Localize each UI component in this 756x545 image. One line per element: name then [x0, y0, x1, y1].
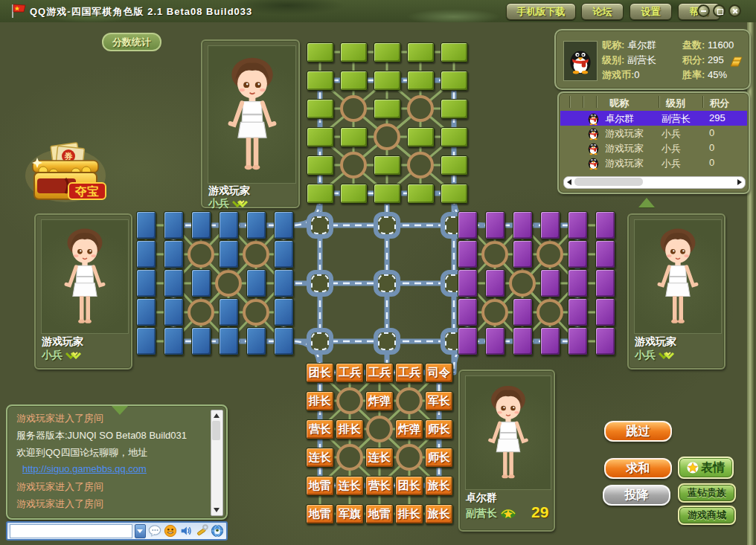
table-row[interactable]: 游戏玩家 小兵 0	[560, 141, 747, 155]
board-piece[interactable]: 团长	[395, 476, 423, 496]
board-tile[interactable]	[595, 269, 615, 297]
board-piece[interactable]: 师长	[425, 448, 453, 468]
board-tile[interactable]	[374, 42, 401, 62]
board-tile[interactable]	[136, 269, 156, 297]
board-tile[interactable]	[164, 211, 184, 239]
board-piece[interactable]: 排长	[395, 504, 423, 524]
scroll-thumb[interactable]	[212, 421, 220, 440]
board-tile[interactable]	[568, 269, 588, 297]
board-tile[interactable]	[164, 240, 184, 268]
chat-bubble-icon[interactable]	[148, 524, 161, 538]
board-piece[interactable]: 营长	[306, 419, 334, 439]
board-piece[interactable]: 地雷	[306, 504, 334, 524]
sound-icon[interactable]	[179, 524, 193, 538]
board-tile[interactable]	[458, 211, 478, 239]
board-tile[interactable]	[458, 327, 478, 355]
board-tile[interactable]	[568, 327, 588, 355]
scroll-left-icon[interactable]	[567, 179, 571, 185]
board-tile[interactable]	[136, 211, 156, 239]
tools-icon[interactable]	[195, 524, 208, 538]
board-tile[interactable]	[540, 327, 560, 355]
board-piece[interactable]: 旅长	[425, 476, 453, 496]
board-tile[interactable]	[219, 240, 239, 268]
board-tile[interactable]	[513, 211, 533, 239]
table-row[interactable]: 游戏玩家 小兵 0	[560, 126, 747, 141]
board-tile[interactable]	[164, 298, 184, 326]
board-tile[interactable]	[374, 99, 401, 119]
board-tile[interactable]	[307, 127, 334, 147]
board-tile[interactable]	[136, 240, 156, 268]
board-piece[interactable]: 军长	[425, 391, 453, 411]
board-tile[interactable]	[595, 240, 615, 268]
table-row[interactable]: 游戏玩家 小兵 0	[560, 155, 747, 170]
board-tile[interactable]	[340, 71, 368, 91]
scroll-up-icon[interactable]	[214, 413, 220, 418]
chat-link[interactable]: http://siguo.gamebbs.qq.com	[22, 463, 147, 474]
board-tile[interactable]	[136, 298, 156, 326]
surrender-button[interactable]: 投降	[603, 485, 670, 506]
board-tile[interactable]	[407, 184, 435, 204]
board-tile[interactable]	[441, 184, 468, 204]
table-row[interactable]: 卓尔群 副营长 295	[560, 111, 747, 126]
board-tile[interactable]	[340, 42, 368, 62]
emote-button[interactable]: 表情	[678, 457, 734, 479]
board-tile[interactable]	[219, 211, 239, 239]
board-tile[interactable]	[340, 184, 368, 204]
board-tile[interactable]	[307, 99, 334, 119]
board-tile[interactable]	[407, 127, 435, 147]
board-tile[interactable]	[307, 42, 334, 62]
board-tile[interactable]	[374, 155, 401, 175]
board-piece[interactable]: 工兵	[365, 363, 394, 383]
scroll-right-icon[interactable]	[737, 179, 742, 185]
board-tile[interactable]	[485, 269, 505, 297]
board-piece[interactable]: 连长	[336, 476, 364, 496]
board-piece[interactable]: 工兵	[395, 363, 423, 383]
board-tile[interactable]	[374, 184, 401, 204]
skip-button[interactable]: 跳过	[604, 421, 672, 442]
board-piece[interactable]: 炸弹	[395, 419, 423, 439]
board-tile[interactable]	[407, 71, 435, 91]
board-piece[interactable]: 师长	[425, 419, 453, 439]
board-tile[interactable]	[485, 327, 505, 355]
board-tile[interactable]	[458, 298, 478, 326]
board-piece[interactable]: 营长	[365, 476, 394, 496]
collapse-chat-arrow[interactable]	[112, 406, 128, 415]
board-tile[interactable]	[307, 71, 334, 91]
chat-scrollbar[interactable]	[211, 410, 223, 516]
board-tile[interactable]	[274, 211, 294, 239]
board-piece[interactable]: 地雷	[306, 476, 334, 496]
board-tile[interactable]	[274, 298, 294, 326]
board-piece[interactable]: 团长	[306, 363, 334, 383]
board-tile[interactable]	[219, 327, 239, 355]
board-piece[interactable]: 司令	[425, 363, 453, 383]
game-mall-button[interactable]: 游戏商城	[678, 506, 736, 525]
board-piece[interactable]: 地雷	[365, 504, 394, 524]
board-tile[interactable]	[307, 184, 334, 204]
board-piece[interactable]: 连长	[306, 448, 334, 468]
board-tile[interactable]	[513, 298, 533, 326]
board-tile[interactable]	[374, 71, 401, 91]
scroll-down-icon[interactable]	[214, 508, 220, 512]
board-piece[interactable]: 旅长	[425, 504, 453, 524]
board-tile[interactable]	[540, 269, 560, 297]
draw-button[interactable]: 求和	[604, 458, 672, 479]
board-tile[interactable]	[513, 327, 533, 355]
board-tile[interactable]	[191, 269, 211, 297]
board-tile[interactable]	[246, 269, 266, 297]
qq-world-icon[interactable]	[211, 524, 224, 538]
board-piece[interactable]: 军旗	[336, 504, 364, 524]
scroll-thumb[interactable]	[574, 178, 643, 186]
board-tile[interactable]	[441, 71, 468, 91]
board-tile[interactable]	[441, 127, 468, 147]
board-tile[interactable]	[540, 211, 560, 239]
board-tile[interactable]	[191, 327, 211, 355]
chat-input[interactable]	[10, 524, 132, 538]
board-tile[interactable]	[274, 240, 294, 268]
board-tile[interactable]	[136, 327, 156, 355]
emoticon-icon[interactable]	[164, 524, 177, 538]
board-tile[interactable]	[307, 155, 334, 175]
table-horizontal-scrollbar[interactable]	[563, 176, 746, 189]
board-tile[interactable]	[340, 127, 368, 147]
board-tile[interactable]	[513, 240, 533, 268]
treasure-chest-button[interactable]: 券 夺宝	[22, 138, 110, 205]
